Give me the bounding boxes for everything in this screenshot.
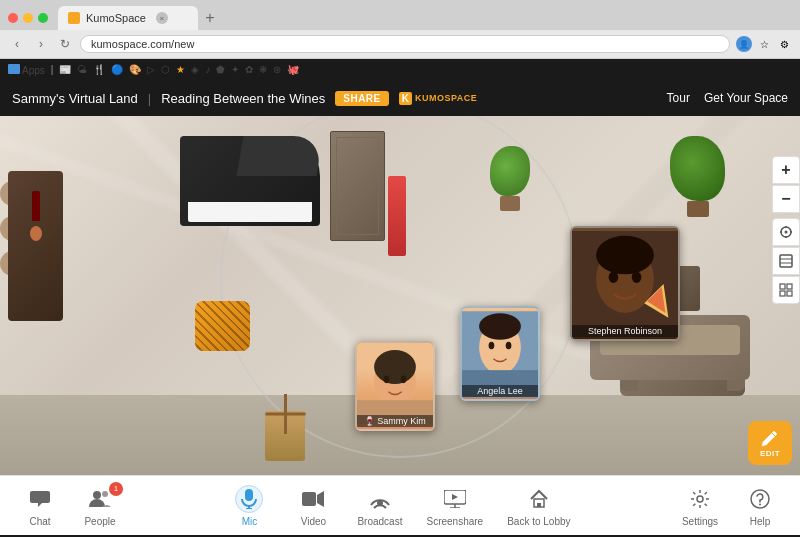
broadcast-button[interactable]: Broadcast [357,485,402,527]
close-button[interactable] [8,13,18,23]
video-button[interactable]: Video [293,485,333,527]
bookmark-10[interactable]: ♪ [205,64,210,75]
minimize-button[interactable] [23,13,33,23]
browser-tab[interactable]: KumoSpace × [58,6,198,30]
people-icon: 1 [86,485,114,513]
address-input[interactable]: kumospace.com/new [80,35,730,53]
forward-button[interactable]: › [32,35,50,53]
bookmark-8[interactable]: ★ [176,64,185,75]
bookmark-2[interactable]: 🌤 [77,64,87,75]
tiger-decoration [195,301,250,351]
back-button[interactable]: ‹ [8,35,26,53]
bookmark-github[interactable]: 🐙 [287,64,299,75]
new-tab-button[interactable]: + [198,6,222,30]
screenshare-button[interactable]: Screenshare [426,485,483,527]
bottom-toolbar: Chat 1 People [0,475,800,535]
bookmark-9[interactable]: ◈ [191,64,199,75]
top-navigation: Sammy's Virtual Land | Reading Between t… [0,80,800,116]
help-label: Help [750,516,771,527]
bookmark-nyt[interactable]: 📰 [59,64,71,75]
settings-icon-btn [686,485,714,513]
svg-point-2 [384,376,390,384]
get-space-link[interactable]: Get Your Space [704,91,788,105]
topnav-divider: | [148,91,151,106]
bookmark-apps[interactable]: Apps [8,64,45,76]
help-icon [746,485,774,513]
plant-left [490,146,530,211]
mic-label: Mic [242,516,258,527]
screenshare-icon-svg [444,490,466,508]
space-title: Sammy's Virtual Land [12,91,138,106]
star-icon[interactable]: ☆ [756,36,772,52]
plant-pot [500,196,520,211]
avatar-angela[interactable]: Angela Lee [460,306,540,401]
screenshare-label: Screenshare [426,516,483,527]
bookmark-6[interactable]: ▷ [147,64,155,75]
svg-point-48 [759,503,761,505]
grid-button[interactable] [772,276,800,304]
avatar-sammy[interactable]: 🍷 Sammy Kim [355,341,435,431]
people-label: People [84,516,115,527]
svg-point-32 [93,491,101,499]
main-viewport[interactable]: 🍷 Sammy Kim Angela Lee [0,116,800,475]
chat-label: Chat [29,516,50,527]
svg-rect-28 [787,284,792,289]
zoom-in-button[interactable]: + [772,156,800,184]
plant-leaves [490,146,530,196]
tab-title: KumoSpace [86,12,146,24]
help-button[interactable]: Help [740,485,780,527]
svg-rect-27 [780,284,785,289]
browser-chrome: KumoSpace × + ‹ › ↻ kumospace.com/new 👤 … [0,0,800,80]
people-button[interactable]: 1 People [80,485,120,527]
bookmark-3[interactable]: 🍴 [93,64,105,75]
tiger-stripes [195,301,250,351]
map-button[interactable] [772,247,800,275]
bookmark-4[interactable]: 🔵 [111,64,123,75]
chat-button[interactable]: Chat [20,485,60,527]
blade2 [285,412,305,415]
windmill-blades [268,396,303,431]
bookmark-13[interactable]: ✿ [245,64,253,75]
settings-button[interactable]: Settings [680,485,720,527]
refresh-button[interactable]: ↻ [56,35,74,53]
mic-icon [235,485,263,513]
bookmark-14[interactable]: ❋ [259,64,267,75]
windmill-body [265,411,305,461]
edit-button[interactable]: EDIT [748,421,792,465]
stephen-face-svg [572,229,678,339]
wine-bottle [32,191,40,221]
bookmark-5[interactable]: 🎨 [129,64,141,75]
settings-icon[interactable]: ⚙ [776,36,792,52]
bookmark-15[interactable]: ⊛ [273,64,281,75]
mic-button[interactable]: Mic [229,485,269,527]
svg-rect-29 [780,291,785,296]
share-button[interactable]: SHARE [335,91,389,106]
svg-point-46 [697,496,703,502]
wardrobe-door [336,137,379,235]
back-to-lobby-button[interactable]: Back to Lobby [507,485,570,527]
stephen-label: Stephen Robinson [572,325,678,337]
settings-icon-svg [690,489,710,509]
center-button[interactable] [772,218,800,246]
traffic-lights [8,13,48,23]
tour-link[interactable]: Tour [667,91,690,105]
maximize-button[interactable] [38,13,48,23]
people-icon-svg [89,489,111,509]
tab-close-icon[interactable]: × [156,12,168,24]
angela-name: Angela Lee [477,386,523,396]
screenshare-icon [441,485,469,513]
tab-favicon [68,12,80,24]
avatar-stephen[interactable]: 🎤 Stephen Robinson [570,226,680,341]
profile-icon[interactable]: 👤 [736,36,752,52]
svg-point-1 [374,350,416,384]
bookmark-12[interactable]: ✦ [231,64,239,75]
bookmark-7[interactable]: ⬡ [161,64,170,75]
settings-label: Settings [682,516,718,527]
bookmark-separator: | [51,64,54,75]
app-container: Sammy's Virtual Land | Reading Between t… [0,80,800,535]
zoom-out-button[interactable]: − [772,185,800,213]
bookmark-11[interactable]: ⬟ [216,64,225,75]
lobby-icon [525,485,553,513]
decor-bar [388,176,406,256]
svg-rect-37 [302,492,316,506]
